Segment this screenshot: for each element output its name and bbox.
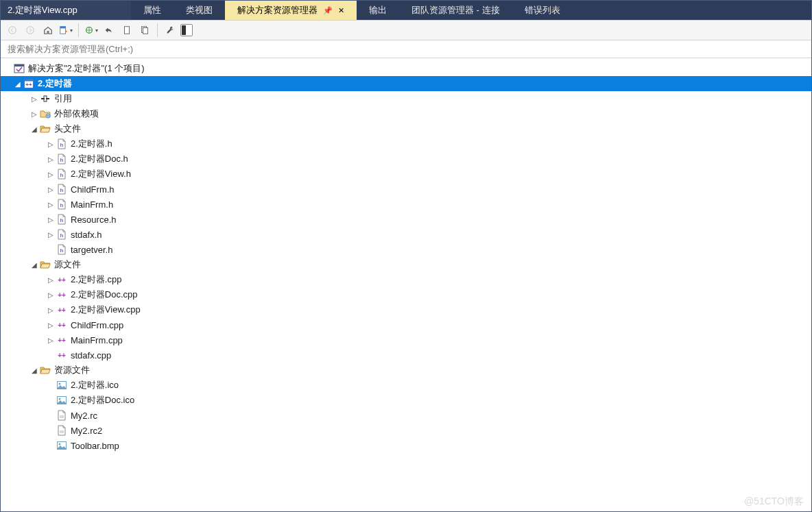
solution-explorer-toolbar	[1, 20, 811, 40]
cpp-file-icon	[56, 349, 68, 361]
header-file-item[interactable]: ▷ChildFrm.h	[1, 182, 811, 197]
source-file-item[interactable]: ▷ChildFrm.cpp	[1, 317, 811, 332]
header-files-folder[interactable]: ◢ 头文件	[1, 121, 811, 136]
references-node[interactable]: ▷ 引用	[1, 91, 811, 106]
external-deps-label: 外部依赖项	[54, 108, 104, 120]
resource-file-icon	[56, 409, 68, 422]
svg-point-18	[27, 27, 34, 34]
file-label: 2.定时器.h	[71, 138, 118, 150]
header-file-item[interactable]: targetver.h	[1, 242, 811, 257]
expand-arrow-icon[interactable]: ▷	[29, 110, 39, 118]
header-file-item[interactable]: ▷2.定时器Doc.h	[1, 151, 811, 167]
expand-arrow-icon[interactable]: ▷	[46, 276, 56, 284]
tab-file-label: 2.定时器View.cpp	[8, 4, 77, 16]
expand-arrow-icon[interactable]: ▷	[46, 156, 56, 163]
file-label: 2.定时器Doc.ico	[71, 394, 140, 406]
expand-arrow-icon[interactable]: ▷	[46, 216, 56, 223]
expand-arrow-icon[interactable]: ◢	[29, 125, 39, 133]
header-file-item[interactable]: ▷stdafx.h	[1, 227, 811, 242]
expand-arrow-icon[interactable]: ▷	[46, 171, 56, 178]
expand-arrow-icon[interactable]: ◢	[29, 261, 39, 269]
file-label: 2.定时器Doc.h	[71, 153, 134, 165]
expand-arrow-icon[interactable]: ◢	[13, 80, 23, 88]
folder-label: 资源文件	[54, 364, 95, 376]
tab-class-view[interactable]: 类视图	[174, 1, 225, 20]
preview-button[interactable]	[180, 24, 193, 36]
solution-icon	[13, 62, 25, 75]
tab-properties[interactable]: 属性	[131, 1, 174, 20]
external-deps-node[interactable]: ▷ 外部依赖项	[1, 106, 811, 121]
source-files-folder[interactable]: ◢ 源文件	[1, 257, 811, 272]
close-icon[interactable]: ✕	[338, 6, 344, 15]
resource-file-item[interactable]: My2.rc2	[1, 423, 811, 438]
tab-error-list[interactable]: 错误列表	[512, 1, 573, 20]
expand-arrow-icon[interactable]: ▷	[46, 337, 56, 344]
source-file-item[interactable]: ▷2.定时器View.cpp	[1, 302, 811, 317]
tab-file-cpp[interactable]: 2.定时器View.cpp	[1, 1, 131, 20]
solution-tree[interactable]: 解决方案"2.定时器"(1 个项目) ◢ 2.定时器 ▷ 引用 ▷ 外部依赖项 …	[1, 58, 811, 511]
resource-file-item[interactable]: Toolbar.bmp	[1, 438, 811, 453]
back-button[interactable]	[5, 23, 20, 38]
image-file-icon	[56, 379, 68, 391]
resource-files-folder[interactable]: ◢ 资源文件	[1, 363, 811, 378]
resource-file-item[interactable]: 2.定时器.ico	[1, 378, 811, 393]
tab-output[interactable]: 输出	[357, 1, 399, 20]
header-file-item[interactable]: ▷MainFrm.h	[1, 197, 811, 212]
folder-open-icon	[39, 123, 51, 135]
source-file-item[interactable]: stdafx.cpp	[1, 348, 811, 363]
header-file-item[interactable]: ▷2.定时器View.h	[1, 167, 811, 182]
expand-arrow-icon[interactable]: ▷	[46, 321, 56, 329]
home-button[interactable]	[40, 23, 56, 38]
header-file-item[interactable]: ▷Resource.h	[1, 212, 811, 227]
folder-open-icon	[39, 364, 51, 376]
resource-file-item[interactable]: 2.定时器Doc.ico	[1, 393, 811, 408]
source-file-item[interactable]: ▷2.定时器.cpp	[1, 272, 811, 287]
h-file-icon	[56, 153, 68, 165]
file-label: 2.定时器.cpp	[71, 273, 127, 286]
h-file-icon	[56, 213, 68, 225]
search-input[interactable]	[6, 43, 806, 55]
source-file-item[interactable]: ▷2.定时器Doc.cpp	[1, 287, 811, 302]
h-file-icon	[56, 198, 68, 210]
expand-arrow-icon[interactable]: ▷	[46, 306, 56, 314]
project-node[interactable]: ◢ 2.定时器	[1, 76, 811, 91]
source-file-item[interactable]: ▷MainFrm.cpp	[1, 332, 811, 348]
file-label: Resource.h	[71, 215, 121, 225]
expand-arrow-icon[interactable]: ▷	[46, 141, 56, 148]
pin-icon[interactable]: 📌	[323, 6, 333, 15]
references-icon	[39, 93, 51, 105]
solution-explorer-search	[1, 40, 811, 58]
folder-open-icon	[39, 258, 51, 271]
expand-arrow-icon[interactable]: ▷	[29, 95, 39, 103]
expand-arrow-icon[interactable]: ▷	[46, 291, 56, 299]
properties-button[interactable]	[163, 23, 178, 38]
expand-arrow-icon[interactable]: ▷	[46, 201, 56, 208]
scope-button[interactable]	[84, 23, 99, 38]
header-file-item[interactable]: ▷2.定时器.h	[1, 136, 811, 151]
file-label: 2.定时器View.h	[71, 168, 136, 180]
h-file-icon	[56, 228, 68, 241]
collapse-all-button[interactable]	[137, 23, 152, 38]
tab-solution-explorer[interactable]: 解决方案资源管理器 📌 ✕	[225, 1, 357, 20]
folder-label: 源文件	[54, 258, 86, 271]
file-label: 2.定时器View.cpp	[71, 304, 146, 316]
file-label: Toolbar.bmp	[71, 441, 125, 451]
file-label: MainFrm.cpp	[71, 335, 128, 345]
resource-file-item[interactable]: My2.rc	[1, 408, 811, 423]
forward-button[interactable]	[23, 23, 38, 38]
show-all-files-button[interactable]	[119, 23, 134, 38]
image-file-icon	[56, 439, 68, 452]
cpp-file-icon	[56, 273, 68, 286]
tab-team-explorer[interactable]: 团队资源管理器 - 连接	[399, 1, 512, 20]
file-label: MainFrm.h	[71, 199, 119, 210]
expand-arrow-icon[interactable]: ◢	[29, 367, 39, 374]
undo-button[interactable]	[102, 23, 117, 38]
expand-arrow-icon[interactable]: ▷	[46, 231, 56, 239]
expand-arrow-icon[interactable]: ▷	[46, 186, 56, 193]
h-file-icon	[56, 168, 68, 180]
cpp-file-icon	[56, 319, 68, 331]
sync-active-doc-button[interactable]	[58, 23, 73, 38]
solution-label: 解决方案"2.定时器"(1 个项目)	[28, 62, 150, 75]
solution-node[interactable]: 解决方案"2.定时器"(1 个项目)	[1, 61, 811, 76]
cpp-file-icon	[56, 304, 68, 316]
